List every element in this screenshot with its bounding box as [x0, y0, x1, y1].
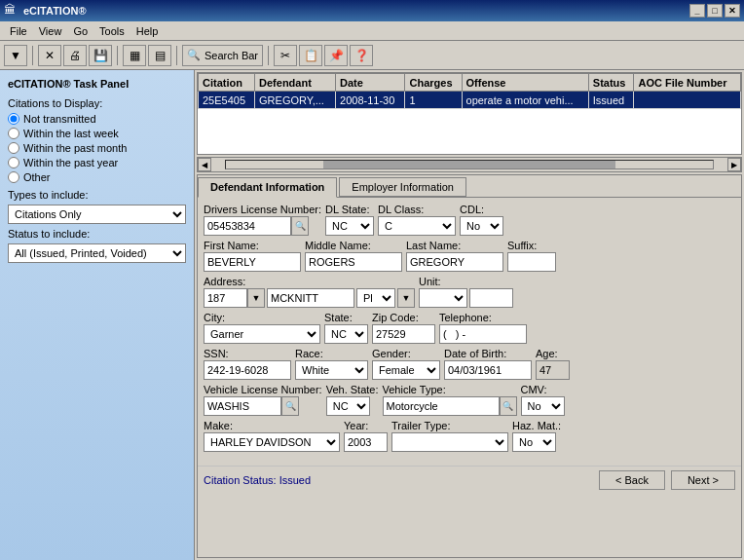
toolbar-paste-btn[interactable]: 📌: [324, 45, 348, 66]
radio-past-year[interactable]: Within the past year: [8, 157, 186, 168]
veh-state-select[interactable]: NC: [326, 396, 370, 416]
col-status[interactable]: Status: [588, 74, 634, 92]
col-citation[interactable]: Citation: [199, 74, 255, 92]
citation-table-area: Citation Defendant Date Charges Offense …: [197, 72, 742, 155]
search-bar-button[interactable]: 🔍 Search Bar: [182, 45, 263, 66]
scroll-track[interactable]: [225, 160, 714, 169]
cell-status: Issued: [588, 92, 634, 109]
scroll-left[interactable]: ◀: [198, 158, 211, 171]
suffix-input[interactable]: [507, 252, 556, 272]
col-defendant[interactable]: Defendant: [255, 74, 336, 92]
cell-date: 2008-11-30: [336, 92, 405, 109]
telephone-input[interactable]: [439, 324, 527, 344]
maximize-button[interactable]: □: [707, 4, 723, 18]
radio-not-transmitted[interactable]: Not transmitted: [8, 113, 186, 125]
veh-license-lookup-btn[interactable]: 🔍: [281, 396, 299, 416]
menu-go[interactable]: Go: [67, 23, 93, 39]
toolbar-print-btn[interactable]: 🖨: [63, 45, 87, 66]
next-button[interactable]: Next >: [671, 470, 735, 490]
middle-name-label: Middle Name:: [305, 240, 402, 251]
address-lookup-btn[interactable]: ▼: [247, 288, 265, 308]
toolbar-sep2: [117, 46, 118, 65]
veh-license-input[interactable]: [204, 396, 281, 416]
unit-input[interactable]: [469, 288, 513, 308]
veh-type-lookup-btn[interactable]: 🔍: [500, 396, 517, 416]
tab-defendant[interactable]: Defendant Information: [198, 177, 337, 198]
dob-input[interactable]: [444, 360, 532, 380]
dl-class-select[interactable]: C: [378, 216, 456, 236]
radio-past-month[interactable]: Within the past month: [8, 142, 186, 154]
address-type-select[interactable]: Pl: [356, 288, 395, 308]
status-select[interactable]: All (Issued, Printed, Voided): [8, 243, 186, 263]
cdl-label: CDL:: [460, 204, 503, 215]
dl-state-select[interactable]: NC: [325, 216, 374, 236]
toolbar: ▼ ✕ 🖨 💾 ▦ ▤ 🔍 Search Bar ✂ 📋 📌 ❓: [0, 41, 744, 70]
state-group: State: NC: [324, 312, 368, 344]
toolbar-close-btn[interactable]: ✕: [38, 45, 61, 66]
scroll-thumb[interactable]: [323, 161, 615, 168]
dl-number-input[interactable]: [204, 216, 291, 236]
menu-view[interactable]: View: [33, 23, 68, 39]
main-container: eCITATION® Task Panel Citations to Displ…: [0, 70, 744, 560]
cell-citation: 25E5405: [199, 92, 255, 109]
types-select[interactable]: Citations Only: [8, 205, 186, 224]
radio-last-week[interactable]: Within the last week: [8, 128, 186, 139]
tab-employer[interactable]: Employer Information: [339, 177, 466, 197]
unit-type-select[interactable]: [419, 288, 467, 308]
toolbar-copy-btn[interactable]: 📋: [299, 45, 322, 66]
cmv-group: CMV: No: [521, 384, 565, 416]
cmv-select[interactable]: No: [521, 396, 565, 416]
race-select[interactable]: White: [295, 360, 368, 380]
toolbar-cut-btn[interactable]: ✂: [274, 45, 297, 66]
toolbar-sep3: [176, 46, 177, 65]
cell-offense: operate a motor vehi...: [462, 92, 588, 109]
address-street-input[interactable]: [267, 288, 354, 308]
last-name-input[interactable]: [406, 252, 503, 272]
horizontal-scrollbar[interactable]: ◀ ▶: [197, 157, 742, 172]
search-icon: 🔍: [187, 49, 201, 61]
zip-input[interactable]: [372, 324, 435, 344]
menu-tools[interactable]: Tools: [93, 23, 130, 39]
close-button[interactable]: ✕: [725, 4, 740, 18]
gender-select[interactable]: Female: [372, 360, 440, 380]
form-row-2: First Name: Middle Name: Last Name: Suff…: [204, 240, 735, 272]
year-input[interactable]: [344, 432, 388, 452]
dl-lookup-btn[interactable]: 🔍: [291, 216, 309, 236]
col-aoc[interactable]: AOC File Number: [634, 74, 741, 92]
cdl-select[interactable]: No: [460, 216, 503, 236]
table-row[interactable]: 25E5405 GREGORY,... 2008-11-30 1 operate…: [199, 92, 741, 109]
suffix-group: Suffix:: [507, 240, 556, 272]
ssn-input[interactable]: [204, 360, 291, 380]
address-num-input[interactable]: [204, 288, 247, 308]
menu-file[interactable]: File: [4, 23, 33, 39]
radio-other-input[interactable]: [8, 171, 19, 183]
toolbar-view1-btn[interactable]: ▦: [123, 45, 146, 66]
address-type-lookup-btn[interactable]: ▼: [397, 288, 415, 308]
toolbar-menu-btn[interactable]: ▼: [4, 45, 27, 66]
dl-number-input-group: 🔍: [204, 216, 321, 236]
toolbar-view2-btn[interactable]: ▤: [148, 45, 171, 66]
window-controls: _ □ ✕: [689, 4, 740, 18]
state-select[interactable]: NC: [324, 324, 368, 344]
back-button[interactable]: < Back: [599, 470, 665, 490]
haz-mat-select[interactable]: No: [512, 432, 556, 452]
make-select[interactable]: HARLEY DAVIDSON: [204, 432, 340, 452]
city-select[interactable]: Garner: [204, 324, 320, 344]
trailer-type-select[interactable]: [391, 432, 508, 452]
toolbar-help-btn[interactable]: ❓: [350, 45, 373, 66]
radio-last-week-input[interactable]: [8, 128, 19, 139]
first-name-input[interactable]: [204, 252, 301, 272]
radio-past-month-input[interactable]: [8, 142, 19, 154]
col-charges[interactable]: Charges: [405, 74, 462, 92]
menu-help[interactable]: Help: [130, 23, 165, 39]
veh-type-input[interactable]: [383, 396, 500, 416]
minimize-button[interactable]: _: [689, 4, 705, 18]
col-offense[interactable]: Offense: [462, 74, 588, 92]
scroll-right[interactable]: ▶: [727, 158, 741, 171]
toolbar-save-btn[interactable]: 💾: [89, 45, 112, 66]
radio-other[interactable]: Other: [8, 171, 186, 183]
middle-name-input[interactable]: [305, 252, 402, 272]
radio-past-year-input[interactable]: [8, 157, 19, 168]
radio-not-transmitted-input[interactable]: [8, 113, 19, 125]
col-date[interactable]: Date: [336, 74, 405, 92]
